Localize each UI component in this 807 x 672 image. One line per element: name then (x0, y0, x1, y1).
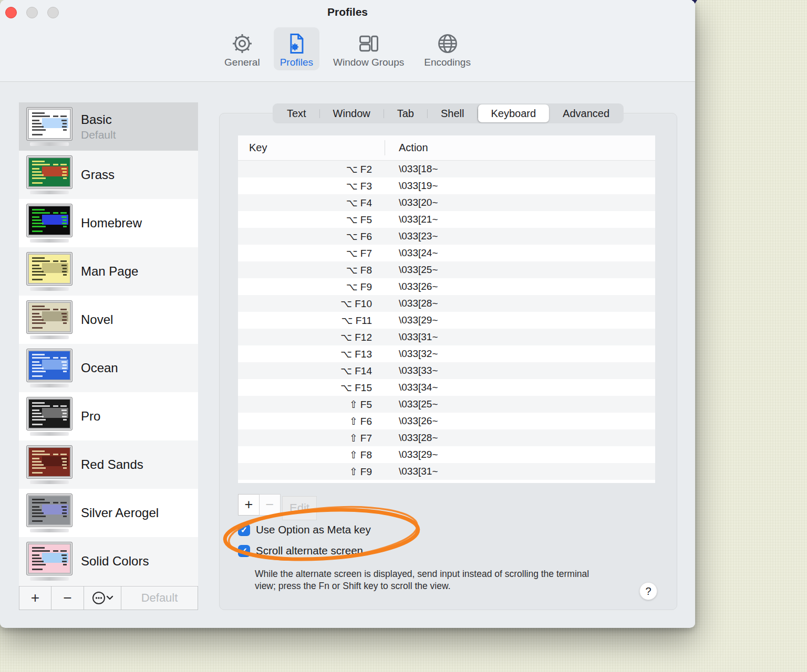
minimize-button[interactable] (26, 7, 38, 18)
keyboard-tab-panel: Text Window Tab Shell Keyboard Advanced … (219, 113, 677, 610)
default-button[interactable]: Default (121, 586, 198, 610)
thumb-text-line (32, 279, 43, 280)
key-bindings-table[interactable]: Key Action ⌥ F2 \033[18~ ⌥ F3 \033[19~ (238, 135, 655, 483)
thumb-text-line (63, 274, 67, 276)
profile-list-item[interactable]: Solid Colors (19, 537, 198, 585)
profile-list-item[interactable]: Basic Default (19, 102, 198, 151)
thumbnail-reflection (30, 577, 69, 581)
thumb-text-line (32, 230, 43, 232)
more-options-button[interactable] (84, 586, 121, 610)
close-button[interactable] (5, 7, 17, 18)
key-cell: ⌥ F3 (238, 180, 385, 192)
toolbar-item-window-groups[interactable]: Window Groups (327, 27, 410, 70)
table-row[interactable]: ⇧ F6 \033[26~ (238, 413, 655, 429)
table-row[interactable]: ⌥ F11 \033[29~ (238, 312, 655, 329)
table-row[interactable]: ⌥ F6 \033[23~ (238, 228, 655, 245)
table-row[interactable]: ⌥ F14 \033[33~ (238, 362, 655, 379)
traffic-lights (5, 7, 59, 18)
tab-shell[interactable]: Shell (428, 104, 477, 122)
table-row[interactable]: ⇧ F7 \033[28~ (238, 429, 655, 446)
thumb-text-line (32, 564, 46, 565)
table-row[interactable]: ⌥ F10 \033[28~ (238, 295, 655, 312)
toolbar-item-encodings[interactable]: Encodings (418, 27, 477, 70)
thumb-text-line (32, 454, 50, 455)
thumb-text-line (32, 216, 39, 218)
profile-thumbnail-frame (26, 542, 73, 581)
profile-name: Grass (81, 167, 115, 182)
key-cell: ⇧ F6 (238, 415, 385, 427)
table-row[interactable]: ⌥ F5 \033[21~ (238, 211, 655, 228)
thumb-text-line (63, 177, 67, 179)
thumb-text-line (60, 309, 67, 310)
profile-list-item[interactable]: Red Sands (19, 440, 198, 489)
action-cell: \033[34~ (385, 382, 438, 393)
tab-keyboard[interactable]: Keyboard (478, 104, 549, 122)
remove-profile-button[interactable]: − (51, 586, 84, 610)
thumb-text-line (60, 164, 67, 165)
thumb-text-line (32, 171, 42, 173)
profile-list-item[interactable]: Ocean (19, 344, 198, 392)
key-cell: ⌥ F7 (238, 247, 385, 259)
toolbar-item-general[interactable]: General (218, 27, 266, 70)
thumb-text-line (61, 216, 67, 218)
thumb-text-line (32, 120, 39, 121)
thumb-text-line (32, 123, 42, 124)
profile-list-item[interactable]: Silver Aerogel (19, 489, 198, 537)
remove-binding-button[interactable]: − (259, 494, 281, 516)
checkbox-label: Use Option as Meta key (256, 523, 371, 536)
thumbnail-reflection (30, 287, 69, 291)
tab-text[interactable]: Text (274, 104, 319, 122)
thumb-text-line (61, 120, 67, 121)
action-cell: \033[33~ (385, 365, 438, 376)
checkbox-label: Scroll alternate screen (256, 544, 363, 557)
titlebar: Profiles General (0, 0, 695, 82)
profile-list-item[interactable]: Homebrew (19, 199, 198, 247)
profile-list-item[interactable]: Grass (19, 151, 198, 199)
toolbar-label: General (224, 57, 260, 67)
action-cell: \033[26~ (385, 281, 438, 292)
scroll-alternate-screen-checkbox[interactable]: ✓ (238, 545, 250, 557)
tab-tab[interactable]: Tab (384, 104, 427, 122)
table-row[interactable]: ⌥ F15 \033[34~ (238, 379, 655, 396)
table-row[interactable]: ⌥ F9 \033[26~ (238, 278, 655, 295)
table-row[interactable]: ⌥ F8 \033[25~ (238, 261, 655, 278)
thumb-text-line (32, 257, 45, 259)
profile-name: Ocean (81, 361, 118, 375)
toolbar-item-profiles[interactable]: Profiles (274, 27, 319, 70)
document-gear-icon (284, 32, 308, 56)
add-profile-button[interactable]: + (19, 586, 51, 610)
thumb-text-line (32, 368, 44, 369)
key-cell: ⌥ F15 (238, 382, 385, 394)
profiles-pane: Basic Default (0, 82, 695, 627)
thumb-text-line (32, 316, 42, 318)
thumb-text-line (61, 313, 67, 314)
action-cell: \033[32~ (385, 348, 438, 360)
use-option-as-meta-key-checkbox[interactable]: ✓ (238, 524, 250, 536)
table-row[interactable]: ⇧ F9 \033[31~ (238, 463, 655, 480)
tab-window[interactable]: Window (320, 104, 384, 122)
table-row[interactable]: ⇧ F5 \033[25~ (238, 396, 655, 413)
add-binding-button[interactable]: + (238, 494, 260, 516)
key-cell: ⌥ F13 (238, 348, 385, 360)
profile-list-item[interactable]: Novel (19, 296, 198, 344)
edit-binding-button[interactable]: Edit (282, 496, 317, 520)
table-row[interactable]: ⌥ F12 \033[31~ (238, 329, 655, 345)
thumb-text-line (32, 327, 43, 329)
profile-list-item[interactable]: Man Page (19, 247, 198, 296)
help-button[interactable]: ? (639, 582, 657, 600)
table-row[interactable]: ⌥ F13 \033[32~ (238, 345, 655, 362)
table-row[interactable]: ⇧ F8 \033[29~ (238, 446, 655, 463)
table-row[interactable]: ⌥ F4 \033[20~ (238, 194, 655, 211)
profile-name: Silver Aerogel (81, 506, 159, 520)
table-row[interactable]: ⌥ F7 \033[24~ (238, 245, 655, 261)
profile-thumbnail-frame (26, 107, 73, 146)
thumb-text-line (62, 464, 67, 466)
tab-advanced[interactable]: Advanced (550, 104, 623, 122)
thumb-text-line (60, 454, 67, 455)
profile-list-item[interactable]: Pro (19, 392, 198, 440)
table-row[interactable]: ⌥ F2 \033[18~ (238, 161, 655, 177)
thumb-text-line (61, 458, 67, 459)
zoom-button[interactable] (47, 7, 59, 18)
profile-thumbnail-frame (26, 155, 73, 194)
table-row[interactable]: ⌥ F3 \033[19~ (238, 177, 655, 194)
